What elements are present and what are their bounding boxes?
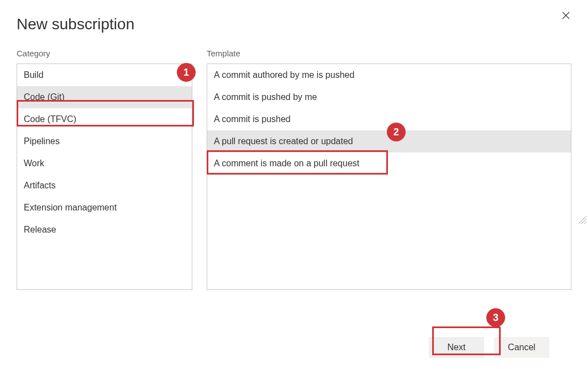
category-item[interactable]: Artifacts [17,175,192,197]
category-item[interactable]: Extension management [17,197,192,219]
category-label: Category [17,49,192,58]
close-button[interactable] [559,9,573,22]
category-item[interactable]: Code (Git) [17,86,192,108]
template-list[interactable]: A commit authored by me is pushedA commi… [207,64,571,290]
template-item[interactable]: A commit is pushed by me [207,86,571,108]
template-column: Template A commit authored by me is push… [207,49,571,324]
category-item[interactable]: Work [17,152,192,175]
category-item[interactable]: Code (TFVC) [17,108,192,130]
template-item[interactable]: A commit is pushed [207,108,571,130]
template-label: Template [207,49,571,58]
cancel-button[interactable]: Cancel [494,337,549,358]
close-icon [562,12,570,19]
category-item[interactable]: Pipelines [17,130,192,152]
template-item[interactable]: A comment is made on a pull request [207,152,571,175]
dialog-footer: Next Cancel [17,324,571,358]
category-column: Category BuildCode (Git)Code (TFVC)Pipel… [17,49,192,324]
category-item[interactable]: Build [17,64,192,86]
category-item[interactable]: Release [17,219,192,241]
columns: Category BuildCode (Git)Code (TFVC)Pipel… [17,49,571,324]
new-subscription-dialog: New subscription Category BuildCode (Git… [0,0,588,369]
next-button[interactable]: Next [429,337,484,358]
template-item[interactable]: A pull request is created or updated [207,130,571,152]
template-item[interactable]: A commit authored by me is pushed [207,64,571,86]
dialog-title: New subscription [17,15,571,33]
category-list[interactable]: BuildCode (Git)Code (TFVC)PipelinesWorkA… [17,64,192,290]
